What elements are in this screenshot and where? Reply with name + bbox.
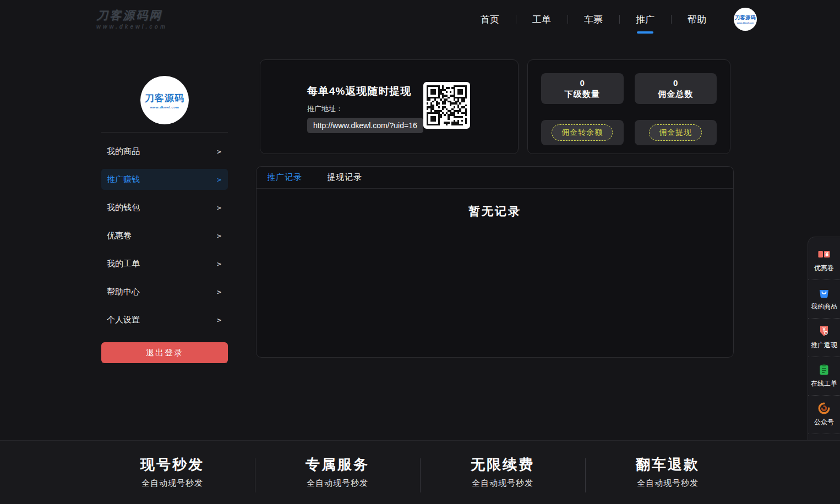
sidebar-item-label: 我的工单: [107, 259, 140, 269]
footer-title: 专属服务: [255, 455, 420, 474]
sidebar-item-label: 我的钱包: [107, 202, 140, 213]
quickbar-label: 我的商品: [808, 302, 840, 311]
commission-transfer-box: 佣金转余额: [541, 120, 624, 145]
nav-item-ticket[interactable]: 车票: [568, 0, 619, 39]
tab-withdraw-records[interactable]: 提现记录: [327, 172, 362, 183]
nav-item-help[interactable]: 帮助: [671, 0, 723, 39]
sidebar-item-label: 个人设置: [107, 315, 140, 325]
sidebar-item-label: 优惠卷: [107, 231, 132, 241]
quickbar-item-online-work-order[interactable]: 在线工单: [808, 357, 840, 395]
quickbar-item-my-products[interactable]: 我的商品: [808, 280, 840, 318]
records-tab-bar: 推广记录 提现记录: [257, 167, 733, 189]
sidebar-item-my-products[interactable]: 我的商品 >: [101, 141, 228, 162]
coupon-icon: ¥: [817, 248, 831, 261]
footer-title: 无限续费: [420, 455, 585, 474]
nav-item-home[interactable]: 首页: [464, 0, 516, 39]
commission-withdraw-box: 佣金提现: [635, 120, 717, 145]
footer-col-exclusive-service: 专属服务 全自动现号秒发: [255, 455, 420, 489]
sidebar-logo: 刀客源码 www.dkewl.com: [140, 76, 189, 124]
site-logo-title: 刀客源码网: [96, 9, 167, 21]
footer-columns: 现号秒发 全自动现号秒发 专属服务 全自动现号秒发 无限续费 全自动现号秒发 翻…: [90, 441, 750, 489]
header: 刀客源码网 www.dkewl.com 首页 工单 车票 推广 帮助 刀客源码 …: [0, 0, 840, 39]
main-nav: 首页 工单 车票 推广 帮助: [464, 0, 723, 39]
stat-label: 佣金总数: [658, 89, 693, 100]
promotion-card: 每单4%返现随时提现 推广地址： http://www.dkewl.com/?u…: [260, 59, 519, 154]
promotion-title: 每单4%返现随时提现: [307, 84, 518, 98]
bag-icon: [817, 286, 831, 299]
sidebar: 刀客源码 www.dkewl.com 我的商品 > 推广赚钱 > 我的钱包 > …: [101, 39, 228, 363]
chevron-right-icon: >: [217, 204, 221, 212]
sidebar-item-my-work-orders[interactable]: 我的工单 >: [101, 253, 228, 274]
site-logo[interactable]: 刀客源码网 www.dkewl.com: [96, 9, 167, 29]
quickbar-label: 优惠卷: [808, 264, 840, 273]
footer: 现号秒发 全自动现号秒发 专属服务 全自动现号秒发 无限续费 全自动现号秒发 翻…: [0, 440, 840, 504]
sidebar-item-help-center[interactable]: 帮助中心 >: [101, 281, 228, 302]
sidebar-item-coupons[interactable]: 优惠卷 >: [101, 225, 228, 246]
footer-col-unlimited-renewal: 无限续费 全自动现号秒发: [420, 455, 585, 489]
header-right: 首页 工单 车票 推广 帮助 刀客源码 www.dkewl.com: [464, 0, 757, 39]
promotion-address-label: 推广地址：: [307, 104, 518, 114]
tab-promotion-records[interactable]: 推广记录: [267, 172, 302, 183]
official-account-icon: [817, 402, 831, 415]
footer-col-instant-delivery: 现号秒发 全自动现号秒发: [90, 455, 255, 489]
footer-subtitle: 全自动现号秒发: [420, 478, 585, 489]
sidebar-menu: 我的商品 > 推广赚钱 > 我的钱包 > 优惠卷 > 我的工单 > 帮助中心 >…: [101, 141, 228, 330]
chevron-right-icon: >: [217, 147, 221, 156]
sidebar-item-promotion-earn[interactable]: 推广赚钱 >: [101, 169, 228, 190]
sidebar-item-label: 帮助中心: [107, 287, 140, 297]
chevron-right-icon: >: [217, 260, 221, 268]
sidebar-item-personal-settings[interactable]: 个人设置 >: [101, 309, 228, 330]
qr-code: [423, 82, 470, 129]
stat-commission-total: 0 佣金总数: [635, 73, 717, 104]
sidebar-divider: [101, 132, 228, 133]
sidebar-item-my-wallet[interactable]: 我的钱包 >: [101, 197, 228, 218]
chevron-right-icon: >: [217, 288, 221, 296]
work-order-icon: [817, 363, 831, 376]
commission-to-balance-button[interactable]: 佣金转余额: [552, 124, 613, 141]
quickbar-item-promotion-cashback[interactable]: ¥ 推广返现: [808, 318, 840, 357]
sidebar-logo-text: 刀客源码: [145, 92, 184, 105]
qr-pattern: [427, 85, 467, 125]
commission-withdraw-button[interactable]: 佣金提现: [649, 124, 702, 141]
quickbar-item-official-account[interactable]: 公众号: [808, 395, 840, 434]
stat-subordinate-count: 0 下级数量: [541, 73, 624, 104]
avatar-logo-text: 刀客源码: [735, 14, 756, 21]
footer-subtitle: 全自动现号秒发: [585, 478, 750, 489]
quickbar-label: 推广返现: [808, 341, 840, 350]
main-content: 每单4%返现随时提现 推广地址： http://www.dkewl.com/?u…: [256, 59, 734, 358]
footer-subtitle: 全自动现号秒发: [90, 478, 255, 489]
stat-label: 下级数量: [565, 89, 600, 100]
svg-text:¥: ¥: [825, 251, 828, 258]
records-panel: 推广记录 提现记录 暂无记录: [256, 166, 734, 358]
quickbar-label: 在线工单: [808, 379, 840, 388]
sidebar-logo-subtext: www.dkewl.com: [150, 106, 179, 109]
chevron-right-icon: >: [217, 176, 221, 184]
chevron-right-icon: >: [217, 316, 221, 324]
footer-title: 现号秒发: [90, 455, 255, 474]
cashback-icon: ¥: [817, 325, 831, 338]
quickbar-label: 公众号: [808, 418, 840, 427]
chevron-right-icon: >: [217, 232, 221, 240]
footer-title: 翻车退款: [585, 455, 750, 474]
stat-value: 0: [673, 78, 678, 87]
footer-col-refund: 翻车退款 全自动现号秒发: [585, 455, 750, 489]
footer-subtitle: 全自动现号秒发: [255, 478, 420, 489]
avatar[interactable]: 刀客源码 www.dkewl.com: [734, 8, 757, 31]
nav-item-promotion[interactable]: 推广: [619, 0, 671, 39]
promotion-url[interactable]: http://www.dkewl.com/?uid=16: [307, 118, 423, 133]
nav-item-work-order[interactable]: 工单: [516, 0, 568, 39]
empty-records-text: 暂无记录: [257, 204, 733, 219]
stat-value: 0: [580, 78, 585, 87]
quickbar-item-coupons[interactable]: ¥ 优惠卷: [808, 242, 840, 280]
stats-card: 0 下级数量 0 佣金总数 佣金转余额 佣金提现: [527, 59, 730, 154]
logout-button[interactable]: 退出登录: [101, 342, 228, 363]
sidebar-item-label: 推广赚钱: [107, 174, 140, 185]
site-logo-subtitle: www.dkewl.com: [96, 24, 167, 30]
sidebar-item-label: 我的商品: [107, 146, 140, 157]
top-cards-row: 每单4%返现随时提现 推广地址： http://www.dkewl.com/?u…: [260, 59, 734, 154]
avatar-logo-subtext: www.dkewl.com: [737, 21, 754, 24]
